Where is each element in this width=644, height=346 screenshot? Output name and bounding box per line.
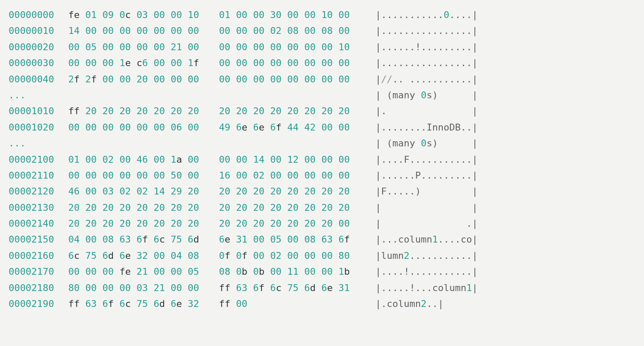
ascii-column: | | [375, 200, 477, 215]
ascii-column: |F.....) | [375, 183, 477, 199]
gap [54, 264, 68, 279]
gap [208, 119, 219, 135]
gap [208, 167, 219, 183]
gap [54, 87, 68, 103]
gap [208, 248, 219, 264]
hexdump-row: 00000040 2f 2f 00 00 20 00 00 00 00 00 0… [9, 71, 635, 87]
hexdump-row: 00000010 14 00 00 00 00 00 00 00 00 00 0… [9, 23, 635, 39]
offset: 00001010 [9, 103, 54, 119]
gap [208, 231, 219, 247]
gap [208, 280, 219, 296]
hex-bytes-right: 01 00 00 30 00 00 10 00 [219, 7, 358, 23]
gap [358, 119, 376, 135]
hex-bytes-right: 00 00 00 00 00 00 00 10 [219, 39, 358, 55]
hexdump-row: 00002150 04 00 08 63 6f 6c 75 6d 6e 31 0… [9, 231, 635, 247]
gap [208, 71, 219, 87]
hex-bytes-left: 2f 2f 00 00 20 00 00 00 [68, 71, 208, 87]
hex-bytes-left: 20 20 20 20 20 20 20 20 [68, 215, 208, 231]
offset: 00000000 [9, 7, 54, 23]
gap [208, 152, 219, 167]
gap [358, 280, 376, 296]
offset: 00002130 [9, 200, 54, 215]
gap [208, 135, 219, 151]
gap [208, 200, 219, 215]
gap [54, 200, 68, 215]
gap [208, 103, 219, 119]
ascii-column: |......!.........| [375, 39, 478, 55]
offset: 00002110 [9, 167, 54, 183]
hex-bytes-right: 20 20 20 20 20 20 20 20 [219, 183, 358, 199]
hexdump-row: 00002130 20 20 20 20 20 20 20 20 20 20 2… [9, 200, 635, 215]
gap [208, 87, 219, 103]
hex-bytes-left [68, 87, 208, 103]
offset: 00002120 [9, 183, 54, 199]
offset: 00001020 [9, 119, 54, 135]
hex-bytes-right: 49 6e 6e 6f 44 42 00 00 [219, 119, 358, 135]
gap [208, 23, 219, 39]
hex-bytes-right: 20 20 20 20 20 20 20 20 [219, 103, 358, 119]
gap [54, 135, 68, 151]
hex-bytes-right: 0f 0f 00 02 00 00 00 80 [219, 248, 358, 264]
gap [358, 296, 376, 312]
hex-bytes-right: 00 00 00 00 00 00 00 00 [219, 71, 358, 87]
gap [358, 152, 376, 167]
offset: 00002140 [9, 215, 54, 231]
gap [54, 167, 68, 183]
hex-bytes-right: 16 00 02 00 00 00 00 00 [219, 167, 358, 183]
offset: ... [9, 135, 54, 151]
hex-bytes-right: ff 63 6f 6c 75 6d 6e 31 [219, 280, 358, 296]
hex-bytes-right: 00 00 00 02 08 00 08 00 [219, 23, 358, 39]
gap [358, 264, 376, 279]
gap [208, 264, 219, 279]
offset: 00002170 [9, 264, 54, 279]
hex-bytes-right: 20 20 20 20 20 20 20 20 [219, 200, 358, 215]
hex-bytes-right [219, 135, 358, 151]
hexdump-row: 00001010 ff 20 20 20 20 20 20 20 20 20 2… [9, 103, 635, 119]
hex-bytes-left: 00 00 00 00 00 00 50 00 [68, 167, 208, 183]
hexdump-row: 00000000 fe 01 09 0c 03 00 00 10 01 00 0… [9, 7, 635, 23]
gap [208, 39, 219, 55]
hexdump-row: ... | (many 0s) | [9, 135, 635, 151]
hex-bytes-left: 01 00 02 00 46 00 1a 00 [68, 152, 208, 167]
hex-bytes-right: 00 00 00 00 00 00 00 00 [219, 55, 358, 71]
gap [358, 167, 376, 183]
hex-bytes-right: 00 00 14 00 12 00 00 00 [219, 152, 358, 167]
gap [54, 280, 68, 296]
hexdump-row: 00001020 00 00 00 00 00 00 06 00 49 6e 6… [9, 119, 635, 135]
hexdump-row: 00002100 01 00 02 00 46 00 1a 00 00 00 1… [9, 152, 635, 167]
ascii-column: |.column2..| [375, 296, 444, 312]
gap [54, 55, 68, 71]
gap [358, 231, 376, 247]
hexdump-row: 00000030 00 00 00 1e c6 00 00 1f 00 00 0… [9, 55, 635, 71]
gap [358, 71, 376, 87]
gap [54, 215, 68, 231]
offset: 00002160 [9, 248, 54, 264]
offset: ... [9, 87, 54, 103]
ascii-column: |....F...........| [375, 152, 478, 167]
offset: 00000010 [9, 23, 54, 39]
gap [358, 87, 376, 103]
gap [54, 183, 68, 199]
gap [54, 103, 68, 119]
gap [54, 71, 68, 87]
offset: 00002180 [9, 280, 54, 296]
hexdump-row: 00002140 20 20 20 20 20 20 20 20 20 20 2… [9, 215, 635, 231]
ascii-column: |.....!...column1| [375, 280, 478, 296]
hexdump-row: 00002120 46 00 03 02 02 14 29 20 20 20 2… [9, 183, 635, 199]
hex-bytes-left: 00 00 00 00 00 00 06 00 [68, 119, 208, 135]
gap [358, 200, 376, 215]
gap [358, 248, 376, 264]
gap [358, 183, 376, 199]
gap [54, 296, 68, 312]
hexdump-row: 00002180 80 00 00 00 03 21 00 00 ff 63 6… [9, 280, 635, 296]
gap [54, 248, 68, 264]
hex-bytes-right: 6e 31 00 05 00 08 63 6f [219, 231, 358, 247]
hexdump-row: 00002110 00 00 00 00 00 00 50 00 16 00 0… [9, 167, 635, 183]
gap [358, 7, 376, 23]
hex-bytes-left: 6c 75 6d 6e 32 00 04 08 [68, 248, 208, 264]
ascii-column: |//.. ...........| [375, 71, 478, 87]
gap [208, 296, 219, 312]
hex-bytes-left: 14 00 00 00 00 00 00 00 [68, 23, 208, 39]
hex-bytes-left [68, 135, 208, 151]
gap [54, 39, 68, 55]
